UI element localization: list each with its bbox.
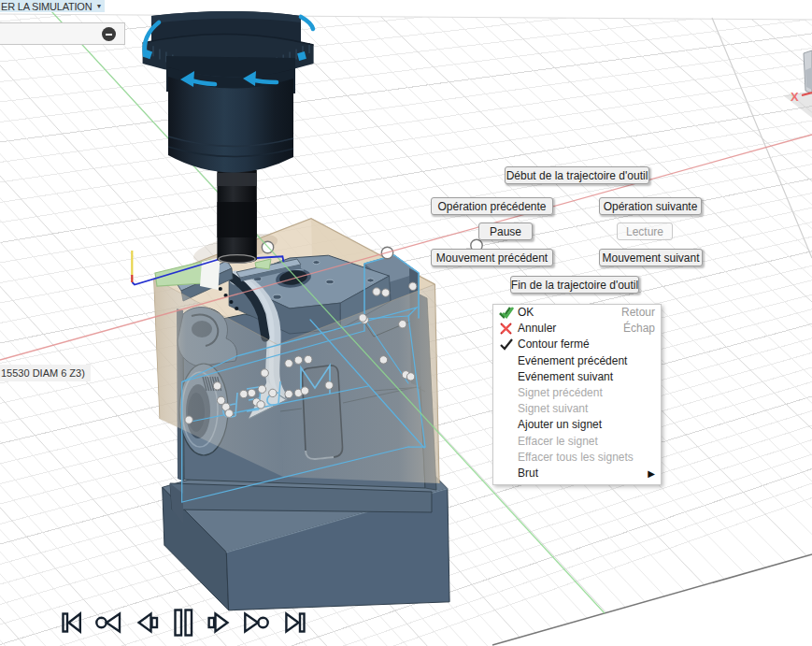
svg-text:X: X	[791, 90, 799, 104]
